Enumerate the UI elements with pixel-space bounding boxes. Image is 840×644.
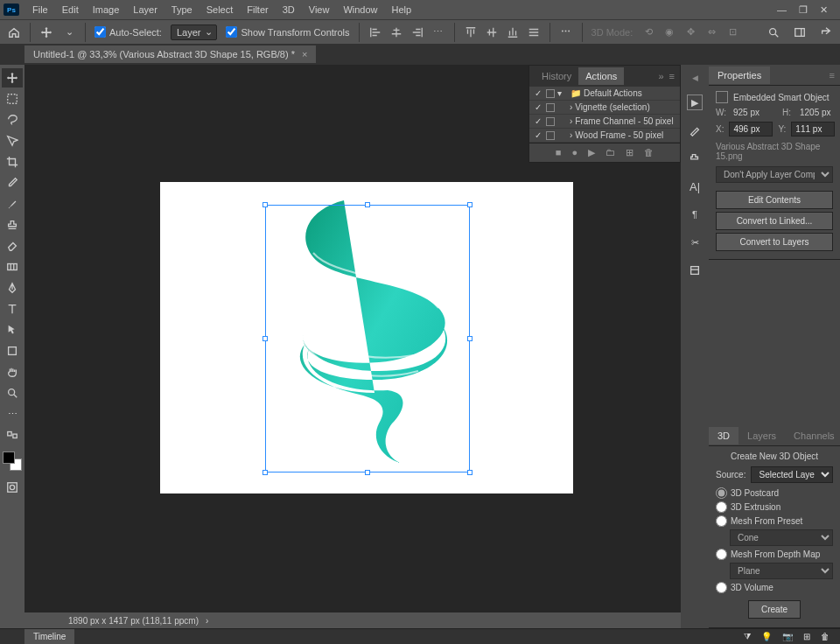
channels-tab[interactable]: Channels — [785, 427, 840, 444]
brush-panel-icon[interactable] — [687, 122, 703, 138]
record-icon[interactable]: ● — [572, 147, 578, 158]
layers-tab[interactable]: Layers — [738, 427, 785, 444]
action-row[interactable]: ✓› Frame Channel - 50 pixel — [529, 115, 680, 129]
menu-file[interactable]: File — [26, 2, 54, 18]
close-icon[interactable]: ✕ — [820, 4, 828, 16]
volume-radio[interactable] — [716, 582, 727, 593]
menu-window[interactable]: Window — [337, 2, 383, 18]
chevron-right-icon[interactable]: › — [206, 616, 208, 626]
quick-mask-icon[interactable] — [2, 478, 23, 497]
camera-icon[interactable]: 📷 — [782, 632, 793, 642]
y-input[interactable] — [791, 122, 835, 136]
convert-linked-button[interactable]: Convert to Linked... — [716, 212, 833, 230]
scissors-icon[interactable]: ✂ — [687, 234, 703, 250]
canvas-viewport[interactable]: History Actions » ≡ ✓▾ 📁 Default Actions… — [24, 65, 681, 628]
minimize-icon[interactable]: — — [777, 4, 787, 15]
postcard-radio[interactable] — [716, 487, 727, 499]
brush-tool[interactable] — [2, 194, 23, 214]
timeline-tab[interactable]: Timeline — [24, 629, 74, 644]
new-render-icon[interactable]: ⊞ — [803, 632, 810, 642]
handle-tl[interactable] — [262, 202, 268, 207]
menu-type[interactable]: Type — [165, 2, 199, 18]
close-tab-icon[interactable]: × — [302, 49, 307, 60]
share-icon[interactable] — [819, 25, 833, 39]
align-center-h-icon[interactable] — [389, 25, 403, 39]
menu-layer[interactable]: Layer — [127, 2, 164, 18]
handle-ml[interactable] — [262, 336, 268, 341]
handle-br[interactable] — [467, 470, 472, 475]
more-align-icon[interactable]: ⋯ — [431, 25, 445, 39]
action-row[interactable]: ✓› Vignette (selection) — [529, 101, 680, 115]
workspace-icon[interactable] — [793, 25, 807, 39]
convert-layers-button[interactable]: Convert to Layers — [716, 233, 833, 251]
menu-image[interactable]: Image — [87, 2, 126, 18]
marquee-tool[interactable] — [2, 89, 23, 108]
new-action-icon[interactable]: ⊞ — [626, 147, 634, 158]
layer-select[interactable]: Layer — [171, 24, 218, 40]
menu-view[interactable]: View — [303, 2, 336, 18]
preset-radio[interactable] — [716, 515, 727, 527]
depthmap-radio[interactable] — [716, 549, 727, 560]
menu-3d[interactable]: 3D — [276, 2, 301, 18]
menu-filter[interactable]: Filter — [241, 2, 274, 18]
edit-contents-button[interactable]: Edit Contents — [716, 191, 833, 209]
expand-icon[interactable]: ◀ — [692, 74, 698, 82]
move-tool[interactable] — [2, 68, 23, 88]
clone-panel-icon[interactable] — [687, 150, 703, 166]
move-tool-icon[interactable] — [39, 25, 53, 39]
align-bottom-icon[interactable] — [506, 25, 520, 39]
eyedropper-tool[interactable] — [2, 173, 23, 192]
panel-menu-icon[interactable]: ≡ — [824, 70, 840, 80]
align-top-icon[interactable] — [464, 25, 478, 39]
pen-tool[interactable] — [2, 278, 23, 298]
gradient-tool[interactable] — [2, 257, 23, 276]
align-left-icon[interactable] — [368, 25, 382, 39]
home-icon[interactable] — [7, 25, 21, 39]
x-input[interactable] — [729, 122, 773, 136]
more-options-icon[interactable]: ⋯ — [559, 25, 573, 39]
handle-bl[interactable] — [262, 470, 268, 475]
handle-mr[interactable] — [467, 336, 472, 341]
search-icon[interactable] — [766, 25, 780, 39]
document-tab[interactable]: Untitled-1 @ 33,3% (Various Abstract 3D … — [24, 46, 316, 63]
action-row[interactable]: ✓› Wood Frame - 50 pixel — [529, 129, 680, 143]
show-transform-checkbox[interactable] — [226, 26, 237, 38]
shape-tool[interactable] — [2, 341, 23, 360]
lasso-tool[interactable] — [2, 110, 23, 130]
actions-tab[interactable]: Actions — [578, 67, 624, 85]
panel-menu-icon[interactable]: ≡ — [669, 71, 675, 81]
extrusion-radio[interactable] — [716, 501, 727, 513]
filter-icon[interactable]: ⧩ — [744, 632, 751, 642]
properties-tab[interactable]: Properties — [709, 66, 770, 84]
handle-tr[interactable] — [467, 202, 472, 207]
collapse-icon[interactable]: » — [658, 71, 663, 81]
type-tool[interactable] — [2, 299, 23, 318]
handle-bc[interactable] — [365, 470, 370, 475]
color-swatch[interactable] — [3, 452, 22, 471]
menu-edit[interactable]: Edit — [56, 2, 85, 18]
trash-icon[interactable]: 🗑 — [821, 632, 830, 642]
character-panel-icon[interactable]: A| — [687, 178, 703, 194]
play-icon[interactable]: ▶ — [588, 147, 595, 158]
handle-tc[interactable] — [365, 202, 370, 207]
folder-new-icon[interactable]: 🗀 — [606, 147, 615, 158]
crop-tool[interactable] — [2, 152, 23, 172]
trash-icon[interactable]: 🗑 — [644, 147, 654, 158]
more-tools-icon[interactable]: ⋯ — [2, 404, 23, 424]
stop-icon[interactable]: ■ — [556, 147, 562, 158]
eraser-tool[interactable] — [2, 236, 23, 256]
edit-toolbar-icon[interactable] — [2, 425, 23, 444]
library-panel-icon[interactable] — [687, 262, 703, 278]
3d-tab[interactable]: 3D — [709, 427, 738, 444]
path-select-tool[interactable] — [2, 320, 23, 340]
restore-icon[interactable]: ❐ — [799, 4, 808, 16]
bulb-icon[interactable]: 💡 — [761, 632, 772, 642]
source-select[interactable]: Selected Layer(s) — [751, 466, 833, 483]
menu-help[interactable]: Help — [386, 2, 418, 18]
stamp-tool[interactable] — [2, 215, 23, 234]
chevron-down-icon[interactable]: ⌄ — [62, 25, 76, 39]
quick-select-tool[interactable] — [2, 131, 23, 150]
hand-tool[interactable] — [2, 362, 23, 382]
play-panel-icon[interactable]: ▶ — [687, 94, 703, 110]
auto-select-checkbox[interactable] — [94, 26, 106, 38]
